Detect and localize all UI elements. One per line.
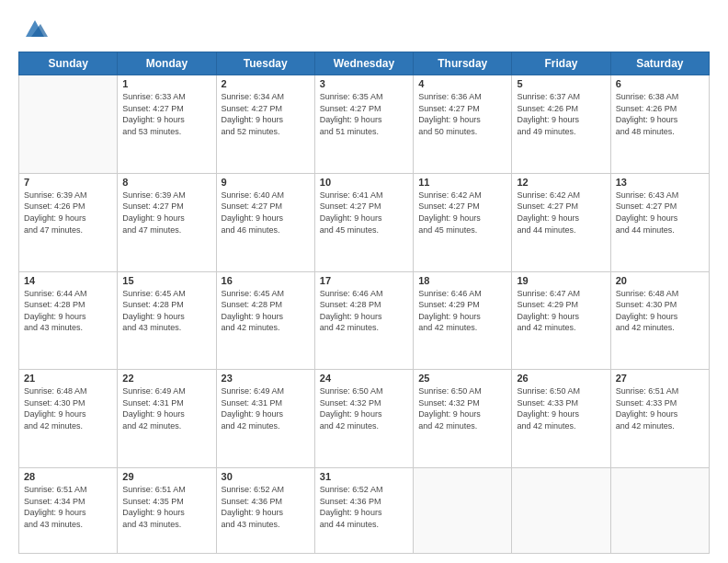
day-info: Sunrise: 6:35 AM Sunset: 4:27 PM Dayligh… — [320, 91, 408, 137]
day-number: 6 — [616, 78, 704, 89]
day-number: 2 — [222, 78, 310, 89]
calendar-cell: 8Sunrise: 6:39 AM Sunset: 4:27 PM Daylig… — [118, 173, 216, 271]
calendar-cell: 12Sunrise: 6:42 AM Sunset: 4:27 PM Dayli… — [512, 173, 610, 271]
calendar-cell: 13Sunrise: 6:43 AM Sunset: 4:27 PM Dayli… — [610, 173, 709, 271]
day-number: 7 — [24, 177, 112, 188]
week-row-2: 7Sunrise: 6:39 AM Sunset: 4:26 PM Daylig… — [19, 173, 710, 271]
calendar-cell: 20Sunrise: 6:48 AM Sunset: 4:30 PM Dayli… — [610, 271, 709, 370]
day-info: Sunrise: 6:46 AM Sunset: 4:28 PM Dayligh… — [320, 288, 408, 334]
day-info: Sunrise: 6:45 AM Sunset: 4:28 PM Dayligh… — [222, 288, 310, 334]
weekday-tuesday: Tuesday — [216, 52, 314, 75]
day-info: Sunrise: 6:33 AM Sunset: 4:27 PM Dayligh… — [122, 91, 210, 137]
day-info: Sunrise: 6:51 AM Sunset: 4:34 PM Dayligh… — [24, 484, 112, 530]
calendar-cell: 7Sunrise: 6:39 AM Sunset: 4:26 PM Daylig… — [19, 173, 118, 271]
day-number: 15 — [122, 275, 210, 286]
day-info: Sunrise: 6:46 AM Sunset: 4:29 PM Dayligh… — [418, 288, 506, 334]
day-info: Sunrise: 6:37 AM Sunset: 4:26 PM Dayligh… — [517, 91, 605, 137]
calendar-cell: 22Sunrise: 6:49 AM Sunset: 4:31 PM Dayli… — [118, 370, 216, 468]
day-number: 23 — [222, 373, 310, 384]
calendar-cell: 24Sunrise: 6:50 AM Sunset: 4:32 PM Dayli… — [314, 370, 413, 468]
day-number: 27 — [616, 373, 704, 384]
weekday-saturday: Saturday — [610, 52, 709, 75]
day-info: Sunrise: 6:42 AM Sunset: 4:27 PM Dayligh… — [418, 190, 506, 236]
weekday-wednesday: Wednesday — [314, 52, 413, 75]
day-number: 26 — [517, 373, 605, 384]
day-number: 3 — [320, 78, 408, 89]
calendar-table: SundayMondayTuesdayWednesdayThursdayFrid… — [18, 52, 710, 554]
calendar-cell: 29Sunrise: 6:51 AM Sunset: 4:35 PM Dayli… — [118, 468, 216, 554]
calendar-cell: 19Sunrise: 6:47 AM Sunset: 4:29 PM Dayli… — [512, 271, 610, 370]
calendar-cell: 15Sunrise: 6:45 AM Sunset: 4:28 PM Dayli… — [118, 271, 216, 370]
logo — [18, 17, 48, 42]
calendar-cell: 31Sunrise: 6:52 AM Sunset: 4:36 PM Dayli… — [314, 468, 413, 554]
day-info: Sunrise: 6:36 AM Sunset: 4:27 PM Dayligh… — [418, 91, 506, 137]
calendar-cell: 2Sunrise: 6:34 AM Sunset: 4:27 PM Daylig… — [216, 75, 314, 174]
day-info: Sunrise: 6:49 AM Sunset: 4:31 PM Dayligh… — [222, 385, 310, 431]
day-number: 20 — [616, 275, 704, 286]
day-number: 24 — [320, 373, 408, 384]
calendar-cell: 27Sunrise: 6:51 AM Sunset: 4:33 PM Dayli… — [610, 370, 709, 468]
day-number: 16 — [222, 275, 310, 286]
calendar-cell: 1Sunrise: 6:33 AM Sunset: 4:27 PM Daylig… — [118, 75, 216, 174]
day-info: Sunrise: 6:39 AM Sunset: 4:27 PM Dayligh… — [122, 190, 210, 236]
day-number: 1 — [122, 78, 210, 89]
day-info: Sunrise: 6:48 AM Sunset: 4:30 PM Dayligh… — [616, 288, 704, 334]
calendar-cell: 23Sunrise: 6:49 AM Sunset: 4:31 PM Dayli… — [216, 370, 314, 468]
day-info: Sunrise: 6:41 AM Sunset: 4:27 PM Dayligh… — [320, 190, 408, 236]
day-number: 21 — [24, 373, 112, 384]
calendar-cell: 11Sunrise: 6:42 AM Sunset: 4:27 PM Dayli… — [414, 173, 512, 271]
day-info: Sunrise: 6:50 AM Sunset: 4:32 PM Dayligh… — [320, 385, 408, 431]
day-info: Sunrise: 6:52 AM Sunset: 4:36 PM Dayligh… — [222, 484, 310, 530]
day-number: 5 — [517, 78, 605, 89]
calendar-cell — [414, 468, 512, 554]
day-info: Sunrise: 6:51 AM Sunset: 4:33 PM Dayligh… — [616, 385, 704, 431]
calendar-cell: 14Sunrise: 6:44 AM Sunset: 4:28 PM Dayli… — [19, 271, 118, 370]
calendar-cell: 21Sunrise: 6:48 AM Sunset: 4:30 PM Dayli… — [19, 370, 118, 468]
day-number: 4 — [418, 78, 506, 89]
day-info: Sunrise: 6:44 AM Sunset: 4:28 PM Dayligh… — [24, 288, 112, 334]
day-info: Sunrise: 6:49 AM Sunset: 4:31 PM Dayligh… — [122, 385, 210, 431]
weekday-friday: Friday — [512, 52, 610, 75]
day-number: 29 — [122, 471, 210, 482]
day-number: 30 — [222, 471, 310, 482]
calendar-cell: 17Sunrise: 6:46 AM Sunset: 4:28 PM Dayli… — [314, 271, 413, 370]
day-number: 11 — [418, 177, 506, 188]
day-info: Sunrise: 6:40 AM Sunset: 4:27 PM Dayligh… — [222, 190, 310, 236]
day-number: 22 — [122, 373, 210, 384]
day-number: 18 — [418, 275, 506, 286]
day-number: 14 — [24, 275, 112, 286]
calendar-cell — [19, 75, 118, 174]
day-info: Sunrise: 6:34 AM Sunset: 4:27 PM Dayligh… — [222, 91, 310, 137]
day-info: Sunrise: 6:50 AM Sunset: 4:32 PM Dayligh… — [418, 385, 506, 431]
day-info: Sunrise: 6:52 AM Sunset: 4:36 PM Dayligh… — [320, 484, 408, 530]
day-number: 13 — [616, 177, 704, 188]
weekday-sunday: Sunday — [19, 52, 118, 75]
week-row-1: 1Sunrise: 6:33 AM Sunset: 4:27 PM Daylig… — [19, 75, 710, 174]
calendar-cell: 6Sunrise: 6:38 AM Sunset: 4:26 PM Daylig… — [610, 75, 709, 174]
day-info: Sunrise: 6:43 AM Sunset: 4:27 PM Dayligh… — [616, 190, 704, 236]
day-number: 25 — [418, 373, 506, 384]
calendar-cell: 3Sunrise: 6:35 AM Sunset: 4:27 PM Daylig… — [314, 75, 413, 174]
day-info: Sunrise: 6:51 AM Sunset: 4:35 PM Dayligh… — [122, 484, 210, 530]
day-info: Sunrise: 6:42 AM Sunset: 4:27 PM Dayligh… — [517, 190, 605, 236]
weekday-thursday: Thursday — [414, 52, 512, 75]
calendar-cell: 18Sunrise: 6:46 AM Sunset: 4:29 PM Dayli… — [414, 271, 512, 370]
calendar-cell: 26Sunrise: 6:50 AM Sunset: 4:33 PM Dayli… — [512, 370, 610, 468]
calendar-cell: 5Sunrise: 6:37 AM Sunset: 4:26 PM Daylig… — [512, 75, 610, 174]
day-number: 8 — [122, 177, 210, 188]
day-number: 12 — [517, 177, 605, 188]
weekday-monday: Monday — [118, 52, 216, 75]
week-row-5: 28Sunrise: 6:51 AM Sunset: 4:34 PM Dayli… — [19, 468, 710, 554]
day-info: Sunrise: 6:38 AM Sunset: 4:26 PM Dayligh… — [616, 91, 704, 137]
page: SundayMondayTuesdayWednesdayThursdayFrid… — [0, 0, 728, 563]
day-info: Sunrise: 6:47 AM Sunset: 4:29 PM Dayligh… — [517, 288, 605, 334]
weekday-header-row: SundayMondayTuesdayWednesdayThursdayFrid… — [19, 52, 710, 75]
calendar-cell: 10Sunrise: 6:41 AM Sunset: 4:27 PM Dayli… — [314, 173, 413, 271]
header — [18, 17, 710, 42]
calendar-cell: 4Sunrise: 6:36 AM Sunset: 4:27 PM Daylig… — [414, 75, 512, 174]
day-info: Sunrise: 6:48 AM Sunset: 4:30 PM Dayligh… — [24, 385, 112, 431]
calendar-cell: 28Sunrise: 6:51 AM Sunset: 4:34 PM Dayli… — [19, 468, 118, 554]
day-info: Sunrise: 6:45 AM Sunset: 4:28 PM Dayligh… — [122, 288, 210, 334]
week-row-3: 14Sunrise: 6:44 AM Sunset: 4:28 PM Dayli… — [19, 271, 710, 370]
calendar-cell — [512, 468, 610, 554]
